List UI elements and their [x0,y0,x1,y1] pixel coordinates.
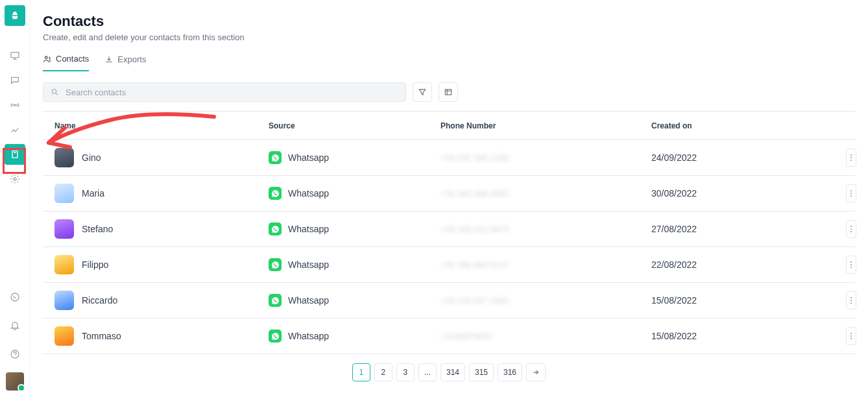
page-button[interactable]: 315 [469,363,494,381]
contact-avatar [54,326,74,346]
svg-point-20 [850,267,852,268]
table-row[interactable]: Stefano Whatsapp +39 349 232 9875 27/08/… [43,211,855,247]
col-created: Created on [640,121,834,130]
nav-settings-icon[interactable] [5,169,25,189]
col-name: Name [43,121,257,130]
row-menu-button[interactable] [846,256,856,274]
svg-point-19 [850,264,852,265]
nav-broadcast-icon[interactable] [5,95,25,115]
table-row[interactable]: Filippo Whatsapp +39 389 989 8147 22/08/… [43,247,855,283]
tabs: Contacts Exports [43,54,855,72]
contact-name: Gino [82,152,101,163]
tab-exports[interactable]: Exports [104,54,146,71]
page-button[interactable]: 3 [396,363,415,381]
search-input[interactable] [43,82,406,102]
contact-name: Filippo [82,259,108,270]
table-row[interactable]: Riccardo Whatsapp +39 329 697 0882 15/08… [43,283,855,319]
filter-icon [418,88,427,97]
table-header: Name Source Phone Number Created on [43,112,855,140]
source-label: Whatsapp [288,152,329,163]
dots-icon [847,296,856,305]
dots-icon [847,331,856,341]
row-menu-button[interactable] [846,220,856,238]
tab-contacts[interactable]: Contacts [43,54,89,71]
phone-number: +39 331 385 1388 [429,153,640,163]
whatsapp-icon [269,223,282,235]
table-row[interactable]: Tommaso Whatsapp +3298970852 15/08/2022 [43,319,855,354]
page-title: Contacts [43,13,855,30]
dots-icon [847,153,856,162]
main-content: Contacts Create, edit and delete your co… [30,0,868,397]
toolbar [43,82,855,102]
svg-point-11 [850,160,852,161]
nav-dashboard-icon[interactable] [5,45,25,66]
svg-point-3 [14,178,16,180]
phone-number: +39 349 232 9875 [429,224,640,234]
svg-point-1 [14,104,16,106]
contact-avatar [54,291,74,310]
svg-rect-8 [445,90,451,95]
user-avatar[interactable] [6,372,24,391]
created-date: 24/09/2022 [640,152,834,163]
nav-chat-icon[interactable] [5,70,25,91]
svg-point-9 [850,154,852,156]
page-button[interactable]: 2 [374,363,392,381]
contact-name: Tommaso [82,331,121,341]
contact-avatar [54,219,74,239]
svg-point-24 [850,333,852,334]
row-menu-button[interactable] [846,291,856,309]
created-date: 15/08/2022 [640,295,834,306]
row-menu-button[interactable] [846,327,856,345]
nav-notifications-icon[interactable] [5,315,25,336]
contact-name: Riccardo [82,295,117,306]
whatsapp-icon [269,294,282,307]
whatsapp-icon [269,330,282,343]
search-icon [51,88,59,97]
svg-point-23 [850,302,852,304]
phone-number: +39 389 989 8147 [429,260,640,270]
phone-number: +39 345 586 9555 [429,189,640,198]
arrow-right-icon [532,368,540,376]
table-row[interactable]: Maria Whatsapp +39 345 586 9555 30/08/20… [43,176,855,211]
phone-number: +3298970852 [429,331,640,341]
source-label: Whatsapp [288,224,329,234]
page-next-button[interactable] [526,363,546,381]
nav-contacts-icon[interactable] [5,144,25,165]
col-source: Source [257,121,429,130]
page-button[interactable]: 1 [352,363,370,381]
columns-button[interactable] [439,82,458,102]
users-icon [43,54,52,64]
created-date: 27/08/2022 [640,224,834,234]
pagination: 1 2 3 ... 314 315 316 [43,354,855,391]
contact-name: Stefano [82,224,113,234]
svg-point-6 [45,56,48,58]
source-label: Whatsapp [288,188,329,198]
columns-icon [444,88,453,97]
filter-button[interactable] [413,82,432,102]
svg-point-22 [850,300,852,301]
row-menu-button[interactable] [846,184,856,202]
svg-point-26 [850,338,852,339]
phone-number: +39 329 697 0882 [429,296,640,306]
page-button[interactable]: 316 [498,363,522,381]
svg-point-10 [850,157,852,158]
table-row[interactable]: Gino Whatsapp +39 331 385 1388 24/09/202… [43,140,855,176]
created-date: 15/08/2022 [640,331,834,341]
created-date: 22/08/2022 [640,259,834,270]
app-logo[interactable] [5,5,25,26]
dots-icon [847,189,856,198]
dots-icon [847,224,856,234]
svg-point-21 [850,297,852,298]
nav-whatsapp-icon[interactable] [5,287,25,307]
tab-label: Contacts [56,54,89,64]
page-button[interactable]: 314 [440,363,465,381]
whatsapp-icon [269,258,282,271]
page-subtitle: Create, edit and delete your contacts fr… [43,32,855,42]
nav-analytics-icon[interactable] [5,119,25,140]
row-menu-button[interactable] [846,149,856,167]
svg-point-4 [11,293,19,301]
nav-help-icon[interactable] [5,344,25,365]
sidebar [0,0,30,397]
tab-label: Exports [117,54,146,64]
whatsapp-icon [269,151,282,164]
